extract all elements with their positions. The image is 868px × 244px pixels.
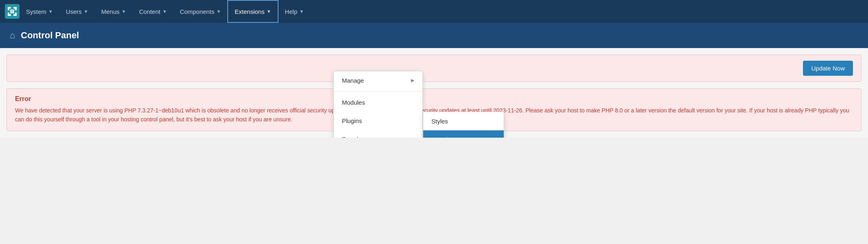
nav-item-help[interactable]: Help ▼ xyxy=(278,0,311,23)
nav-arrow-components: ▼ xyxy=(216,9,221,14)
navbar: System ▼ Users ▼ Menus ▼ Content ▼ Compo… xyxy=(0,0,868,23)
dropdown-label-templates: Templates xyxy=(342,136,370,138)
nav-label-content: Content xyxy=(139,8,161,15)
update-now-button[interactable]: Update Now xyxy=(803,61,853,76)
chevron-right-icon-manage: ▶ xyxy=(411,78,414,83)
dropdown-item-manage[interactable]: Manage ▶ xyxy=(334,71,422,90)
error-title: Error xyxy=(15,95,853,103)
dropdown-item-plugins[interactable]: Plugins xyxy=(334,112,422,130)
nav-label-menus: Menus xyxy=(101,8,120,15)
nav-item-extensions[interactable]: Extensions ▼ xyxy=(227,0,278,23)
nav-arrow-users: ▼ xyxy=(84,9,88,14)
dropdown-label-modules: Modules xyxy=(342,99,365,106)
nav-label-extensions: Extensions xyxy=(235,8,264,15)
update-bar: Update Now xyxy=(7,55,861,82)
nav-arrow-system: ▼ xyxy=(48,9,53,14)
dropdown-item-templates[interactable]: Templates ▶ xyxy=(334,130,422,138)
nav-item-content[interactable]: Content ▼ xyxy=(133,0,173,23)
content-area: Update Now Error We have detected that y… xyxy=(0,48,868,138)
page-header: ⌂ Control Panel xyxy=(0,23,868,48)
nav-item-menus[interactable]: Menus ▼ xyxy=(95,0,133,23)
home-icon: ⌂ xyxy=(10,30,15,41)
nav-arrow-content: ▼ xyxy=(162,9,167,14)
templates-submenu: Styles Templates xyxy=(423,112,504,138)
nav-arrow-menus: ▼ xyxy=(122,9,126,14)
extensions-dropdown: Manage ▶ Modules Plugins Templates ▶ Lan… xyxy=(333,71,423,138)
page-title: Control Panel xyxy=(21,30,79,41)
joomla-logo xyxy=(5,4,20,19)
nav-item-users[interactable]: Users ▼ xyxy=(59,0,95,23)
nav-label-help: Help xyxy=(285,8,298,15)
dropdown-item-modules[interactable]: Modules xyxy=(334,93,422,112)
submenu-item-templates[interactable]: Templates xyxy=(423,130,504,138)
dropdown-label-manage: Manage xyxy=(342,77,364,84)
nav-item-components[interactable]: Components ▼ xyxy=(173,0,227,23)
dropdown-label-plugins: Plugins xyxy=(342,117,362,124)
nav-label-components: Components xyxy=(180,8,214,15)
nav-arrow-help: ▼ xyxy=(299,9,304,14)
nav-item-system[interactable]: System ▼ xyxy=(20,0,59,23)
nav-label-users: Users xyxy=(66,8,82,15)
dropdown-divider-1 xyxy=(334,91,422,92)
nav-menu: System ▼ Users ▼ Menus ▼ Content ▼ Compo… xyxy=(20,0,310,23)
submenu-label-styles: Styles xyxy=(431,118,448,125)
chevron-right-icon-templates: ▶ xyxy=(411,136,414,138)
nav-arrow-extensions: ▼ xyxy=(267,9,271,14)
nav-label-system: System xyxy=(26,8,46,15)
submenu-item-styles[interactable]: Styles xyxy=(423,112,504,130)
submenu-label-templates: Templates xyxy=(431,136,459,138)
